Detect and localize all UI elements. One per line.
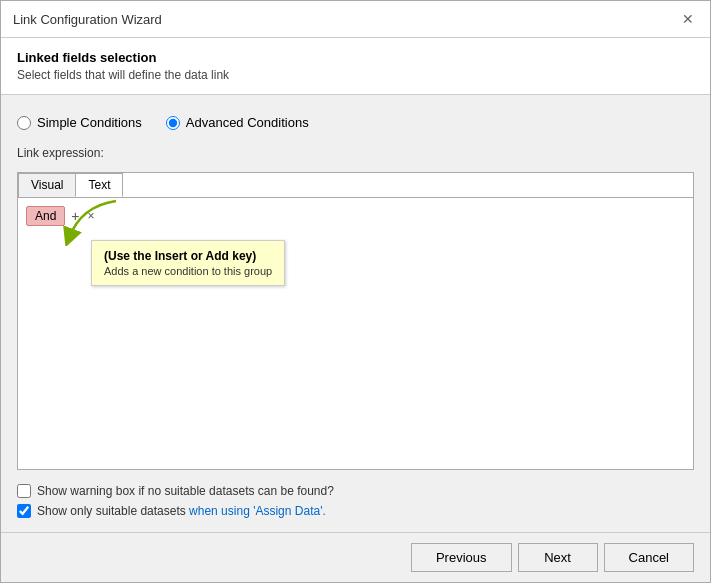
footer: Previous Next Cancel — [1, 532, 710, 582]
suitable-checkbox[interactable] — [17, 504, 31, 518]
close-button[interactable]: ✕ — [678, 9, 698, 29]
content-area: Simple Conditions Advanced Conditions Li… — [1, 95, 710, 532]
tooltip-area: (Use the Insert or Add key) Adds a new c… — [36, 234, 685, 286]
link-expression-label: Link expression: — [17, 146, 694, 160]
checkboxes-section: Show warning box if no suitable datasets… — [17, 484, 694, 518]
warn-checkbox[interactable] — [17, 484, 31, 498]
header-section: Linked fields selection Select fields th… — [1, 38, 710, 95]
advanced-conditions-radio[interactable] — [166, 116, 180, 130]
simple-conditions-option[interactable]: Simple Conditions — [17, 115, 142, 130]
suitable-checkbox-row: Show only suitable datasets when using '… — [17, 504, 694, 518]
title-bar: Link Configuration Wizard ✕ — [1, 1, 710, 38]
previous-button[interactable]: Previous — [411, 543, 512, 572]
tab-visual[interactable]: Visual — [18, 173, 76, 197]
next-button[interactable]: Next — [518, 543, 598, 572]
expression-content: And + × (Us — [18, 198, 693, 469]
advanced-conditions-label: Advanced Conditions — [186, 115, 309, 130]
warn-checkbox-row: Show warning box if no suitable datasets… — [17, 484, 694, 498]
simple-conditions-radio[interactable] — [17, 116, 31, 130]
cancel-button[interactable]: Cancel — [604, 543, 694, 572]
suitable-label: Show only suitable datasets when using '… — [37, 504, 326, 518]
header-title: Linked fields selection — [17, 50, 694, 65]
warn-label-text: Show warning box if no suitable datasets… — [37, 484, 334, 498]
suitable-label-highlight: when using 'Assign Data'. — [186, 504, 326, 518]
suitable-label-before: Show only suitable datasets — [37, 504, 186, 518]
warn-label: Show warning box if no suitable datasets… — [37, 484, 334, 498]
simple-conditions-label: Simple Conditions — [37, 115, 142, 130]
advanced-conditions-option[interactable]: Advanced Conditions — [166, 115, 309, 130]
tooltip-subtitle: Adds a new condition to this group — [104, 265, 272, 277]
dialog-title: Link Configuration Wizard — [13, 12, 162, 27]
link-config-dialog: Link Configuration Wizard ✕ Linked field… — [0, 0, 711, 583]
conditions-radio-group: Simple Conditions Advanced Conditions — [17, 109, 694, 136]
tooltip-box: (Use the Insert or Add key) Adds a new c… — [91, 240, 285, 286]
tooltip-title: (Use the Insert or Add key) — [104, 249, 272, 263]
header-subtitle: Select fields that will define the data … — [17, 68, 694, 82]
tabs-row: Visual Text — [18, 173, 693, 198]
arrow-icon — [51, 196, 131, 246]
expression-box: Visual Text And + × — [17, 172, 694, 470]
tab-text[interactable]: Text — [75, 173, 123, 197]
